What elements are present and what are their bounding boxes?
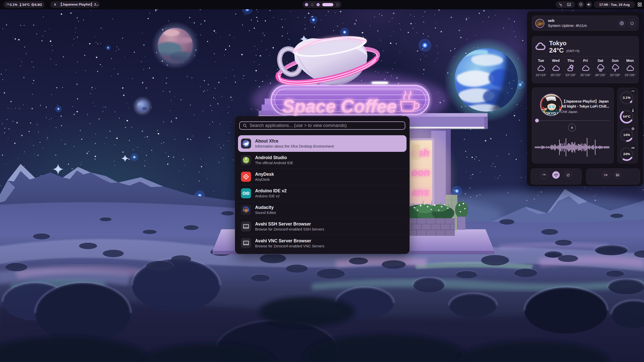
svg-text:Space Coffee: Space Coffee (283, 96, 397, 116)
svg-text:C: C (560, 4, 562, 7)
svg-text:TOKYO L: TOKYO L (543, 111, 559, 115)
